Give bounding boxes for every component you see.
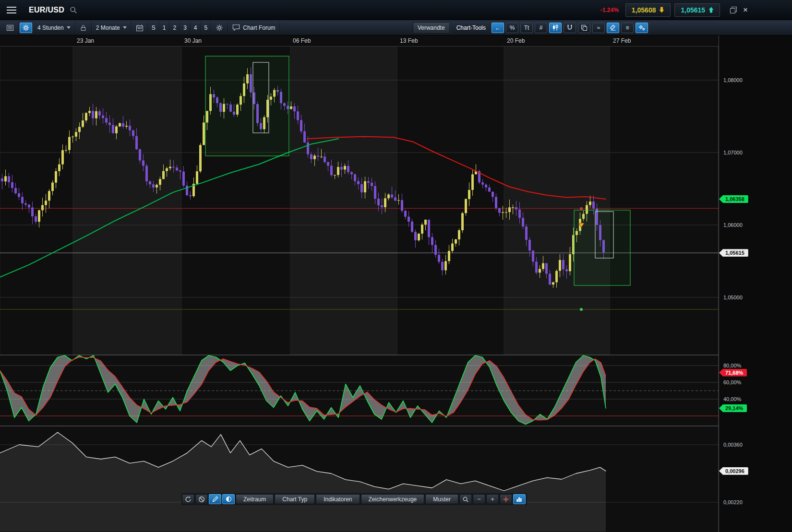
grid-icon[interactable]: # [535, 23, 547, 33]
trading-app-window: 23 Jan30 Jan06 Feb13 Feb20 Feb27 Feb 1,0… [0, 0, 792, 532]
price-tick-label: 1,05000 [723, 294, 743, 301]
price-tick-label: 1,07000 [723, 149, 743, 156]
buy-price: 1,05615 [681, 6, 705, 14]
timeframe-label: 4 Stunden [37, 24, 64, 31]
stoch-tick-label: 40,00% [723, 395, 741, 403]
range-dropdown[interactable]: 2 Monate [92, 22, 132, 34]
title-bar: EUR/USD -1.24% 1,05608 1,05615 × [0, 0, 792, 20]
zeitraum-button[interactable]: Zeitraum [236, 494, 274, 504]
indikatoren-button[interactable]: Indikatoren [316, 494, 360, 504]
related-button[interactable]: Verwandte [413, 22, 450, 34]
zoom-preset-3[interactable]: 3 [180, 22, 191, 34]
zoom-preset-4[interactable]: 4 [191, 22, 201, 34]
symbol-title: EUR/USD [29, 6, 64, 14]
range-label: 2 Monate [96, 24, 120, 31]
timeframe-dropdown[interactable]: 4 Stunden [33, 22, 75, 34]
restore-window-icon[interactable] [730, 6, 737, 14]
crosshair-icon[interactable] [500, 494, 512, 504]
stoch-k-badge: 29,14% [719, 404, 747, 412]
chart-forum-label: Chart Forum [243, 24, 275, 31]
chevron-down-icon [67, 26, 71, 29]
disable-drawings-icon[interactable] [195, 494, 208, 504]
chart-settings-icon[interactable] [20, 23, 32, 33]
bottom-toolbar: Zeitraum Chart Typ Indikatoren Zeichenwe… [181, 493, 527, 505]
chart-svg [0, 0, 792, 532]
zoom-in-icon[interactable]: + [486, 494, 499, 504]
date-axis[interactable]: 23 Jan30 Jan06 Feb13 Feb20 Feb27 Feb [0, 35, 719, 47]
date-label: 30 Jan [184, 37, 202, 44]
sell-button[interactable]: 1,05608 [625, 3, 671, 17]
columns-chart-icon[interactable] [513, 494, 526, 504]
price-tick-label: 1,06000 [723, 221, 743, 229]
date-label: 13 Feb [400, 37, 418, 44]
price-tick-label: 1,08000 [723, 76, 743, 84]
chart-tools-group: Verwandte Chart-Tools ← % Tt # ≈ ≡ [413, 22, 649, 34]
preferences-gears-icon[interactable] [636, 23, 648, 33]
arrow-down-icon [659, 7, 664, 13]
chevron-down-icon [123, 26, 127, 29]
lock-icon[interactable] [75, 22, 92, 34]
magnet-icon[interactable] [564, 23, 576, 33]
date-label: 27 Feb [613, 37, 631, 44]
price-axis[interactable]: 1,080001,070001,060001,050001,063581,056… [719, 35, 792, 532]
sell-price: 1,05608 [632, 6, 656, 14]
last-price-badge: 1,05615 [719, 249, 748, 257]
windows-icon[interactable] [578, 23, 590, 33]
news-list-icon[interactable] [2, 22, 19, 34]
atr-tick-label: 0,00220 [723, 498, 743, 506]
stoch-d-badge: 71,68% [719, 369, 747, 377]
stoch-tick-label: 80,00% [723, 362, 741, 369]
ma-value-badge: 1,06358 [719, 195, 748, 203]
gear-icon[interactable] [211, 22, 228, 34]
stoch-tick-label: 60,00% [723, 378, 741, 386]
zoom-preset-1[interactable]: 1 [159, 22, 170, 34]
chat-bubble-icon [232, 24, 240, 31]
refresh-icon[interactable] [182, 494, 194, 504]
chart-typ-button[interactable]: Chart Typ [275, 494, 315, 504]
zoom-icon[interactable] [459, 494, 472, 504]
chart-canvas[interactable] [0, 0, 792, 532]
chart-toolbar: 4 Stunden 2 Monate S 1 2 3 4 5 Chart For… [0, 20, 792, 35]
candlestick-icon[interactable] [549, 23, 562, 33]
pencil-icon[interactable] [209, 494, 221, 504]
calendar-icon[interactable] [132, 22, 148, 34]
pattern-wave-icon[interactable]: ≈ [592, 23, 605, 33]
chart-forum-button[interactable]: Chart Forum [228, 22, 280, 34]
muster-button[interactable]: Muster [425, 494, 458, 504]
date-label: 20 Feb [507, 37, 525, 44]
arrow-up-icon [708, 7, 714, 13]
zoom-preset-5[interactable]: 5 [201, 22, 212, 34]
zoom-preset-2[interactable]: 2 [169, 22, 180, 34]
zeichenwerkzeuge-button[interactable]: Zeichenwerkzeuge [361, 494, 425, 504]
eraser-icon[interactable] [607, 23, 619, 33]
date-label: 06 Feb [293, 37, 311, 44]
back-icon[interactable]: ← [492, 23, 504, 33]
speed-button-s[interactable]: S [148, 22, 159, 34]
fill-color-icon[interactable] [222, 494, 235, 504]
percent-icon[interactable]: % [506, 23, 518, 33]
atr-value-badge: 0,00296 [719, 467, 748, 475]
chart-tools-label: Chart-Tools [454, 24, 491, 31]
rows-icon[interactable]: ≡ [621, 23, 634, 33]
change-percent: -1.24% [600, 7, 619, 13]
zoom-out-icon[interactable]: − [473, 494, 485, 504]
search-icon[interactable] [69, 6, 78, 14]
buy-button[interactable]: 1,05615 [674, 3, 720, 17]
atr-tick-label: 0,00360 [723, 441, 743, 449]
text-tool-icon[interactable]: Tt [520, 23, 533, 33]
close-window-icon[interactable]: × [743, 5, 748, 15]
date-label: 23 Jan [77, 37, 94, 44]
menu-icon[interactable] [7, 7, 16, 13]
